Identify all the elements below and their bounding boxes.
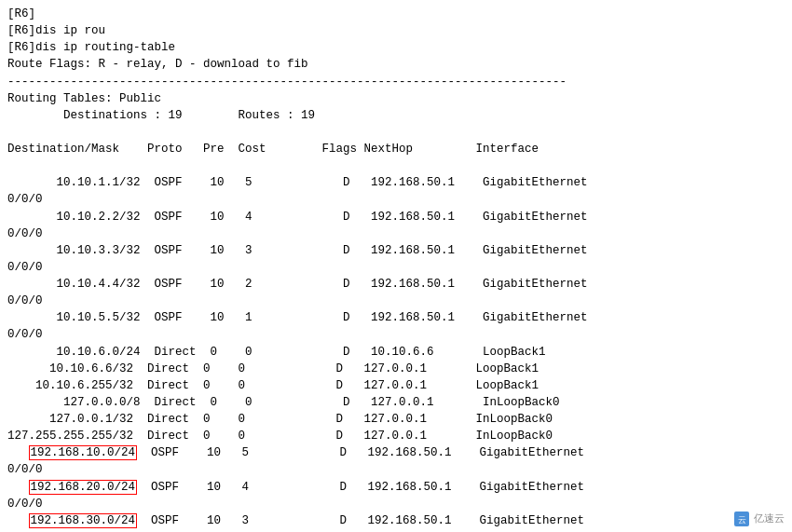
route-row-5a: 10.10.5.5/32 OSPF 10 1 D 192.168.50.1 Gi… — [7, 309, 785, 326]
route-row-2a: 10.10.2.2/32 OSPF 10 4 D 192.168.50.1 Gi… — [7, 209, 785, 225]
route-row-13a: 192.168.20.0/24 OSPF 10 4 D 192.168.50.1… — [7, 479, 785, 496]
route-row-13b: 0/0/0 — [7, 496, 785, 512]
route-row-14a: 192.168.30.0/24 OSPF 10 3 D 192.168.50.1… — [7, 512, 785, 529]
terminal-content: [R6] [R6]dis ip rou [R6]dis ip routing-t… — [7, 6, 785, 532]
watermark-icon: 云 — [734, 512, 749, 526]
route-row-3b: 0/0/0 — [7, 259, 785, 276]
svg-text:云: 云 — [737, 515, 745, 525]
line-cmd2: [R6]dis ip routing-table — [7, 39, 785, 56]
route-row-1b: 0/0/0 — [7, 191, 785, 208]
route-row-5b: 0/0/0 — [7, 326, 785, 343]
terminal-window: [R6] [R6]dis ip rou [R6]dis ip routing-t… — [0, 0, 792, 532]
line-blank2 — [7, 157, 785, 174]
highlight-192-168-30: 192.168.30.0/24 — [29, 513, 138, 528]
route-row-9: 127.0.0.0/8 Direct 0 0 D 127.0.0.1 InLoo… — [7, 394, 785, 411]
highlight-192-168-20: 192.168.20.0/24 — [29, 480, 138, 495]
route-row-11: 127.255.255.255/32 Direct 0 0 D 127.0.0.… — [7, 428, 785, 444]
route-row-2b: 0/0/0 — [7, 225, 785, 242]
route-row-12a: 192.168.10.0/24 OSPF 10 5 D 192.168.50.1… — [7, 444, 785, 461]
line-separator: ----------------------------------------… — [7, 74, 785, 90]
watermark: 云 亿速云 — [734, 512, 785, 526]
line-table-header: Routing Tables: Public — [7, 90, 785, 107]
line-col-header: Destination/Mask Proto Pre Cost Flags Ne… — [7, 141, 785, 157]
route-row-3a: 10.10.3.3/32 OSPF 10 3 D 192.168.50.1 Gi… — [7, 242, 785, 259]
watermark-text: 亿速云 — [754, 512, 785, 524]
line-prompt1: [R6] — [7, 6, 785, 22]
line-destinations: Destinations : 19 Routes : 19 — [7, 107, 785, 124]
line-cmd1: [R6]dis ip rou — [7, 22, 785, 39]
line-flags: Route Flags: R - relay, D - download to … — [7, 56, 785, 73]
line-blank1 — [7, 124, 785, 141]
route-row-7: 10.10.6.6/32 Direct 0 0 D 127.0.0.1 Loop… — [7, 361, 785, 377]
route-row-1a: 10.10.1.1/32 OSPF 10 5 D 192.168.50.1 Gi… — [7, 174, 785, 191]
route-row-4b: 0/0/0 — [7, 293, 785, 309]
route-row-6: 10.10.6.0/24 Direct 0 0 D 10.10.6.6 Loop… — [7, 344, 785, 361]
highlight-192-168-10: 192.168.10.0/24 — [29, 445, 138, 460]
route-row-12b: 0/0/0 — [7, 461, 785, 478]
route-row-8: 10.10.6.255/32 Direct 0 0 D 127.0.0.1 Lo… — [7, 377, 785, 394]
route-row-10: 127.0.0.1/32 Direct 0 0 D 127.0.0.1 InLo… — [7, 411, 785, 428]
route-row-4a: 10.10.4.4/32 OSPF 10 2 D 192.168.50.1 Gi… — [7, 276, 785, 293]
